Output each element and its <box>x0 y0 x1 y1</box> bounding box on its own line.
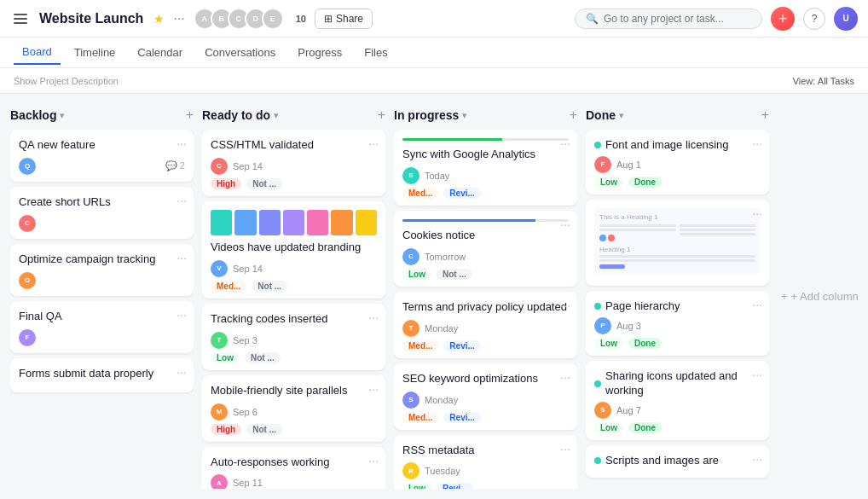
card-more-icon[interactable]: ··· <box>560 218 570 231</box>
col-add-done[interactable]: + <box>761 107 769 123</box>
tag-review: Revi... <box>443 412 480 423</box>
menu-icon[interactable] <box>10 10 31 27</box>
board: Backlog ▾ + QA new feature Q 💬 2 ··· Cre… <box>0 94 868 499</box>
col-add-backlog[interactable]: + <box>186 107 194 123</box>
card-tracking-codes[interactable]: Tracking codes inserted T Sep 3 Low Not … <box>202 304 385 370</box>
toolbar: Show Project Description View: All Tasks <box>0 68 868 94</box>
card-thumbnail[interactable]: This is a Heading 1 <box>586 200 769 286</box>
card-more-icon[interactable]: ··· <box>176 308 187 322</box>
tab-conversations[interactable]: Conversations <box>196 41 284 64</box>
avatar: S <box>402 167 420 184</box>
avatar: S <box>402 392 420 409</box>
card-footer: T Sep 3 <box>211 332 377 349</box>
card-more-icon[interactable]: ··· <box>752 298 762 311</box>
card-scripts-images[interactable]: Scripts and images are ··· <box>586 445 769 479</box>
card-mobile-friendly[interactable]: Mobile-friendly site parallels M Sep 6 H… <box>202 375 385 442</box>
col-header-done: Done ▾ + <box>586 104 769 130</box>
col-title-backlog: Backlog <box>10 108 56 122</box>
card-more-icon[interactable]: ··· <box>752 206 762 220</box>
member-count: 10 <box>296 14 306 24</box>
tab-timeline[interactable]: Timeline <box>66 41 124 64</box>
progress-bar <box>402 219 569 222</box>
card-more-icon[interactable]: ··· <box>752 368 762 381</box>
card-more-icon[interactable]: ··· <box>560 370 570 384</box>
card-sync-analytics[interactable]: Sync with Google Analytics S Today Med..… <box>394 130 577 206</box>
card-auto-responses[interactable]: Auto-responses working A Sep 11 ··· <box>202 447 385 489</box>
tag-medium: Med... <box>211 281 246 292</box>
card-more-icon[interactable]: ··· <box>752 452 762 466</box>
search-input[interactable] <box>604 13 740 25</box>
column-ready: Ready to do ▾ + CSS/HTML validated C Sep… <box>202 104 385 489</box>
card-font-licensing[interactable]: Font and image licensing F Aug 1 Low Don… <box>586 130 769 194</box>
col-add-ready[interactable]: + <box>378 107 385 123</box>
show-description-link[interactable]: Show Project Description <box>14 76 119 86</box>
share-button[interactable]: ⊞ Share <box>315 9 373 29</box>
chevron-down-icon: ▾ <box>619 110 624 121</box>
tag-not-started: Not ... <box>252 281 287 292</box>
user-avatar[interactable]: U <box>834 7 858 31</box>
avatar: A <box>211 474 228 489</box>
avatar: F <box>19 329 36 346</box>
card-date: Today <box>425 171 449 181</box>
card-date: Sep 6 <box>233 407 258 417</box>
card-more-icon[interactable]: ··· <box>560 442 570 455</box>
column-done: Done ▾ + Font and image licensing F Aug … <box>586 104 769 489</box>
card-more-icon[interactable]: ··· <box>176 194 187 207</box>
tab-progress[interactable]: Progress <box>289 41 350 64</box>
card-more-icon[interactable]: ··· <box>368 136 379 150</box>
card-footer: S Monday <box>402 392 569 409</box>
card-title: Terms and privacy policy updated <box>402 300 569 315</box>
tab-calendar[interactable]: Calendar <box>129 41 191 64</box>
card-title: Page hierarchy <box>605 299 680 314</box>
card-videos-branding[interactable]: Videos have updated branding V Sep 14 Me… <box>202 201 385 299</box>
search-bar: 🔍 <box>575 9 762 29</box>
tab-files[interactable]: Files <box>356 41 396 64</box>
card-forms-submit[interactable]: Forms submit data properly ··· <box>10 358 194 393</box>
card-page-hierarchy[interactable]: Page hierarchy P Aug 3 Low Done ··· <box>586 291 769 356</box>
card-title: RSS metadata <box>402 444 569 458</box>
teal-dot <box>594 303 601 310</box>
card-title: Final QA <box>19 310 185 324</box>
card-title: Font and image licensing <box>605 138 729 153</box>
card-more-icon[interactable]: ··· <box>176 136 187 150</box>
card-tags: Low Done <box>594 177 761 188</box>
card-optimize-campaign[interactable]: Optimize campaign tracking O ··· <box>10 244 194 296</box>
add-column-button[interactable]: + + Add column <box>778 104 862 489</box>
help-button[interactable]: ? <box>803 8 825 30</box>
card-date: Tomorrow <box>425 252 466 262</box>
card-sharing-icons[interactable]: Sharing icons updated and working S Aug … <box>586 361 769 440</box>
card-terms-privacy[interactable]: Terms and privacy policy updated T Monda… <box>394 292 577 358</box>
card-title: Sync with Google Analytics <box>402 148 569 162</box>
tab-board[interactable]: Board <box>14 40 61 65</box>
card-more-icon[interactable]: ··· <box>560 136 570 150</box>
col-add-inprogress[interactable]: + <box>570 107 577 123</box>
card-date: Tuesday <box>425 466 460 476</box>
card-more-icon[interactable]: ··· <box>368 382 379 396</box>
card-more-icon[interactable]: ··· <box>752 136 762 150</box>
more-icon[interactable]: ··· <box>173 11 184 26</box>
card-footer: T Monday <box>402 320 569 337</box>
card-more-icon[interactable]: ··· <box>368 310 379 324</box>
card-tags: High Not ... <box>211 178 377 189</box>
card-css-html[interactable]: CSS/HTML validated C Sep 14 High Not ...… <box>202 130 385 196</box>
tag-not-started: Not ... <box>245 352 281 363</box>
col-title-done: Done <box>586 108 616 122</box>
card-final-qa[interactable]: Final QA F ··· <box>10 301 194 353</box>
card-qa-new-feature[interactable]: QA new feature Q 💬 2 ··· <box>10 130 194 182</box>
card-more-icon[interactable]: ··· <box>176 365 187 379</box>
card-more-icon[interactable]: ··· <box>560 299 570 312</box>
card-footer: F Aug 1 <box>594 156 761 173</box>
card-more-icon[interactable]: ··· <box>368 208 379 222</box>
view-filter[interactable]: View: All Tasks <box>793 76 854 86</box>
card-more-icon[interactable]: ··· <box>176 251 187 264</box>
add-button[interactable]: + <box>771 7 795 31</box>
card-more-icon[interactable]: ··· <box>368 454 379 467</box>
card-seo-keywords[interactable]: SEO keyword optimizations S Monday Med..… <box>394 363 577 430</box>
card-date: Sep 14 <box>233 161 263 171</box>
star-icon[interactable]: ★ <box>153 12 165 26</box>
card-rss-metadata[interactable]: RSS metadata R Tuesday Low Revi... ··· <box>394 435 577 489</box>
card-create-short-urls[interactable]: Create short URLs C ··· <box>10 187 194 239</box>
card-tags: Low Not ... <box>211 352 377 363</box>
card-title: Auto-responses working <box>211 455 377 470</box>
card-cookies-notice[interactable]: Cookies notice C Tomorrow Low Not ... ··… <box>394 211 577 287</box>
